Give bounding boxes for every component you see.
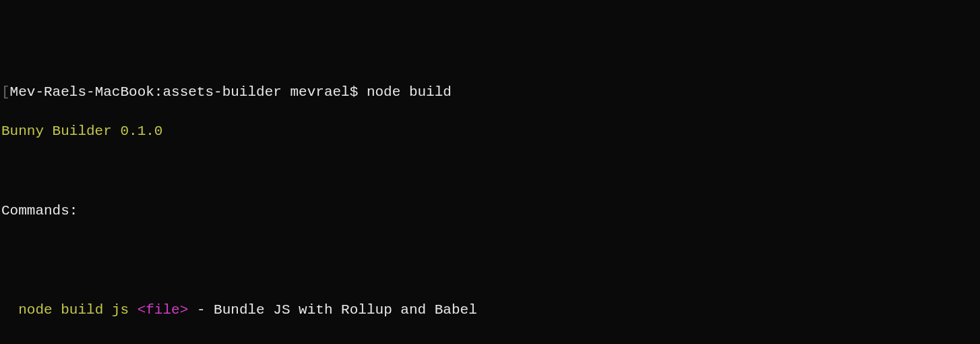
- command-row: node build js <file> - Bundle JS with Ro…: [1, 300, 979, 320]
- commands-heading-line: Commands:: [1, 201, 979, 221]
- command-separator: -: [188, 302, 214, 318]
- prompt-host: Mev-Raels-MacBook:assets-builder mevrael…: [10, 84, 367, 100]
- prompt-command[interactable]: node build: [367, 84, 452, 100]
- blank-line-1: [1, 161, 979, 181]
- prompt-line: [Mev-Raels-MacBook:assets-builder mevrae…: [1, 82, 979, 102]
- command-description: Bundle JS with Rollup and Babel: [214, 302, 477, 318]
- commands-heading: Commands:: [1, 203, 78, 219]
- blank-line-2: [1, 241, 979, 260]
- tool-banner: Bunny Builder 0.1.0: [1, 123, 162, 139]
- command-indent: [1, 302, 18, 318]
- prompt-open-bracket: [: [1, 84, 10, 100]
- banner-line: Bunny Builder 0.1.0: [1, 121, 979, 141]
- command-arg: <file>: [137, 302, 189, 318]
- command-name: node build js: [18, 302, 137, 318]
